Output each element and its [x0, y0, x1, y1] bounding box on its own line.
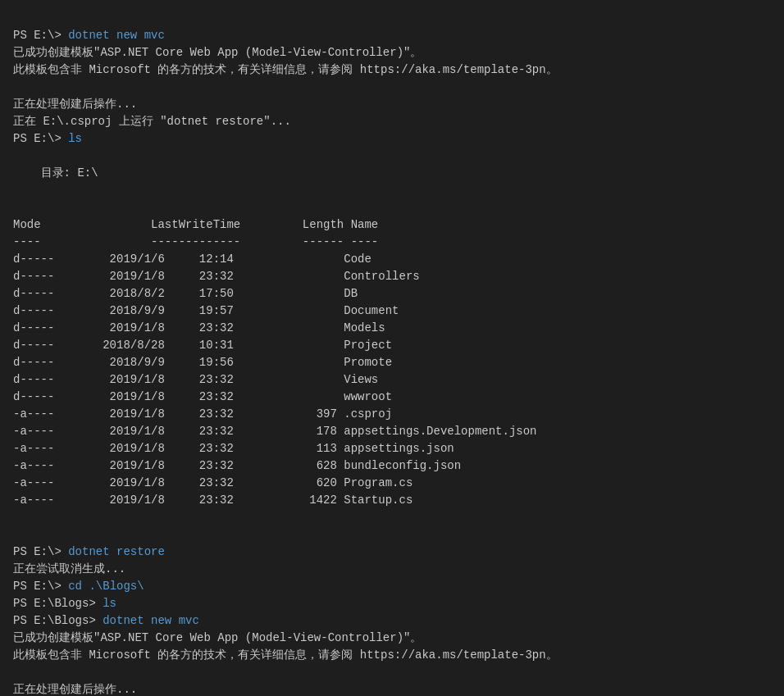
prompt-prefix-4: PS E:\>	[13, 580, 68, 593]
prompt-prefix-3: PS E:\>	[13, 545, 68, 558]
prompt-prefix-6: PS E:\Blogs>	[13, 614, 103, 627]
command-3: dotnet restore	[68, 545, 165, 558]
prompt-prefix-2: PS E:\>	[13, 132, 68, 145]
command-1: dotnet new mvc	[68, 29, 165, 42]
command-4: cd .\Blogs\	[68, 580, 144, 593]
prompt-prefix-1: PS E:\>	[13, 29, 68, 42]
table-header: Mode LastWriteTime Length Name ---- ----…	[13, 218, 537, 507]
command-6: dotnet new mvc	[103, 614, 199, 627]
output-1: 已成功创建模板"ASP.NET Core Web App (Model-View…	[13, 46, 558, 128]
prompt-prefix-5: PS E:\Blogs>	[13, 597, 103, 610]
command-2: ls	[68, 132, 82, 145]
line-1: PS E:\> dotnet new mvc 已成功创建模板"ASP.NET C…	[13, 29, 558, 696]
terminal-window: PS E:\> dotnet new mvc 已成功创建模板"ASP.NET C…	[13, 10, 771, 696]
command-5: ls	[103, 597, 116, 610]
